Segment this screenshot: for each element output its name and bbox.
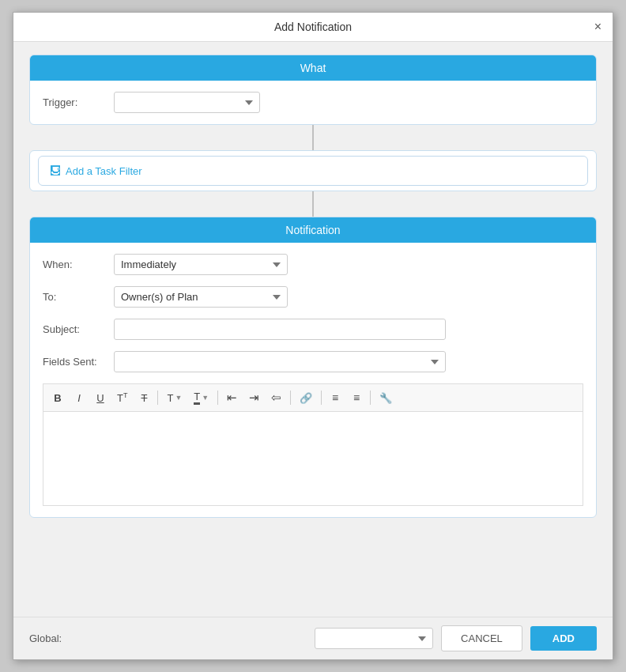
subject-label: Subject: <box>43 323 114 335</box>
italic-button[interactable]: I <box>70 389 89 407</box>
toolbar-sep-5 <box>370 391 371 405</box>
trigger-select[interactable] <box>114 92 260 113</box>
unordered-list-button[interactable]: ≡ <box>347 388 366 407</box>
add-button[interactable]: ADD <box>530 626 597 651</box>
to-label: To: <box>43 291 114 303</box>
fields-sent-row: Fields Sent: <box>43 351 583 372</box>
dialog-footer: Global: CANCEL ADD <box>13 617 613 659</box>
to-select[interactable]: Owner(s) of Plan Assigned User All Users <box>114 286 288 308</box>
editor-toolbar: B I U TT T T ▼ T ▼ ⇤ ⇥ <box>43 383 583 411</box>
when-select[interactable]: Immediately After 1 day After 2 days <box>114 254 288 275</box>
what-section-body: Trigger: <box>30 81 596 124</box>
subject-row: Subject: <box>43 319 583 340</box>
cancel-button[interactable]: CANCEL <box>441 625 522 651</box>
link-button[interactable]: 🔗 <box>295 389 317 407</box>
strikethrough-button[interactable]: T <box>134 389 153 407</box>
underline-button[interactable]: U <box>91 389 110 407</box>
filter-icon: ⛾ <box>50 164 61 177</box>
add-notification-dialog: Add Notification × What Trigger: ⛾ <box>13 12 613 660</box>
close-button[interactable]: × <box>594 20 601 34</box>
notification-section-header: Notification <box>30 217 596 243</box>
when-row: When: Immediately After 1 day After 2 da… <box>43 254 583 275</box>
notification-section: Notification When: Immediately After 1 d… <box>29 217 597 518</box>
font-color-icon: T <box>194 391 200 405</box>
add-task-filter-button[interactable]: ⛾ Add a Task Filter <box>38 156 588 186</box>
toolbar-sep-2 <box>217 391 218 405</box>
when-label: When: <box>43 259 114 270</box>
toolbar-sep-4 <box>321 391 322 405</box>
filter-button-label: Add a Task Filter <box>66 165 142 177</box>
subject-input[interactable] <box>114 319 446 340</box>
ordered-list-button[interactable]: ≡ <box>326 388 345 407</box>
what-section: What Trigger: <box>29 55 597 125</box>
align-center-button[interactable]: ⇥ <box>244 387 264 408</box>
font-style-icon: T <box>167 392 173 404</box>
dialog-title-bar: Add Notification × <box>13 13 613 42</box>
global-label: Global: <box>29 632 62 644</box>
dialog-title: Add Notification <box>274 21 352 33</box>
toolbar-sep-3 <box>290 391 291 405</box>
bold-button[interactable]: B <box>48 389 67 407</box>
global-select[interactable] <box>315 628 433 649</box>
trigger-row: Trigger: <box>43 92 583 113</box>
dialog-body: What Trigger: ⛾ Add a Task Filter <box>13 42 613 617</box>
trigger-label: Trigger: <box>43 96 114 108</box>
connector-2 <box>312 191 314 217</box>
font-style-button[interactable]: T ▼ <box>162 389 187 407</box>
editor-area[interactable] <box>43 411 583 506</box>
align-right-button[interactable]: ⇦ <box>266 387 286 408</box>
connector-1 <box>312 125 314 150</box>
superscript-button[interactable]: TT <box>112 388 132 407</box>
toolbar-sep-1 <box>157 391 158 405</box>
fields-sent-label: Fields Sent: <box>43 356 114 368</box>
font-color-button[interactable]: T ▼ <box>189 387 213 408</box>
filter-section: ⛾ Add a Task Filter <box>29 150 597 191</box>
filter-section-body: ⛾ Add a Task Filter <box>30 151 596 191</box>
what-section-header: What <box>30 55 596 81</box>
to-row: To: Owner(s) of Plan Assigned User All U… <box>43 286 583 308</box>
align-left-button[interactable]: ⇤ <box>222 387 242 408</box>
attachment-button[interactable]: 🔧 <box>375 389 397 407</box>
fields-sent-select[interactable] <box>114 351 446 372</box>
font-color-arrow: ▼ <box>202 394 209 402</box>
font-style-arrow: ▼ <box>175 394 182 402</box>
notification-section-body: When: Immediately After 1 day After 2 da… <box>30 243 596 517</box>
